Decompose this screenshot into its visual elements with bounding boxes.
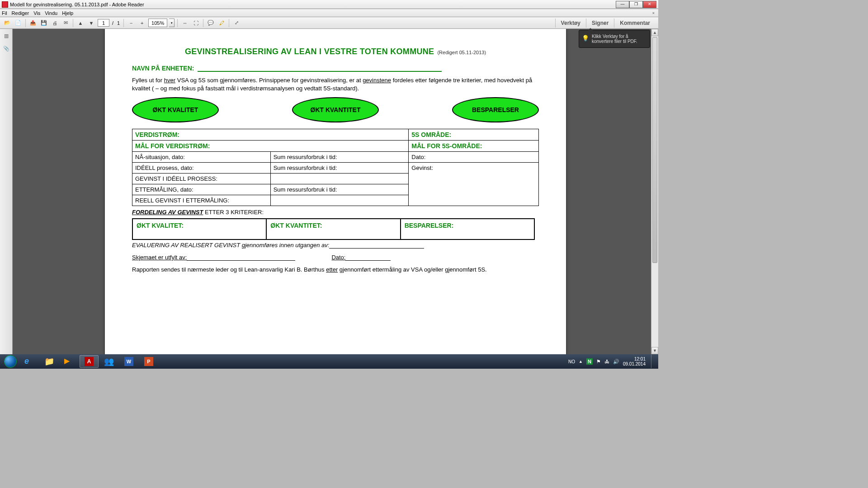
crit-kvalitet: ØKT KVALITET: bbox=[137, 222, 184, 229]
sign-row: Skjemaet er utfylt av: Dato: bbox=[132, 254, 539, 261]
scroll-thumb[interactable] bbox=[652, 37, 657, 263]
export-icon[interactable]: 📤 bbox=[28, 19, 38, 28]
th-mal-verdistrom: MÅL FOR VERDISTRØM: bbox=[132, 141, 409, 152]
cell-sum1: Sum ressursforbruk i tid: bbox=[270, 152, 409, 163]
toolbar: 📂 📄 📤 💾 🖨 ✉ ▲ ▼ / 1 − + ▾ ↔ ⛶ 💬 🖍 ⤢ Verk… bbox=[0, 17, 658, 29]
system-tray: NO ▲ N ⚑ 🖧 🔊 12:01 09.01.2014 bbox=[568, 355, 656, 368]
window-title: Modell for gevinstrealisering. 05.11.201… bbox=[10, 2, 616, 7]
tray-n-icon[interactable]: N bbox=[586, 358, 593, 365]
fit-width-icon[interactable]: ↔ bbox=[180, 19, 189, 28]
cell-na-situasjon: NÅ-situasjon, dato: bbox=[132, 152, 271, 163]
task-lync-icon[interactable]: 👥 bbox=[99, 355, 118, 368]
print-icon[interactable]: 🖨 bbox=[50, 19, 59, 28]
menu-vis[interactable]: Vis bbox=[33, 10, 40, 16]
read-mode-icon[interactable]: ⤢ bbox=[232, 19, 241, 28]
title-bar: Modell for gevinstrealisering. 05.11.201… bbox=[0, 0, 658, 9]
doc-title: GEVINSTREALISERING AV LEAN I VESTRE TOTE… bbox=[185, 47, 434, 56]
fordeling-heading: FORDELING AV GEVINST ETTER 3 KRITERIER: bbox=[132, 209, 539, 216]
menu-fil[interactable]: Fil bbox=[2, 10, 7, 16]
open-icon[interactable]: 📂 bbox=[3, 19, 12, 28]
scroll-up-icon[interactable]: ▲ bbox=[651, 29, 658, 36]
zoom-in-icon[interactable]: + bbox=[137, 19, 146, 28]
create-pdf-icon[interactable]: 📄 bbox=[14, 19, 23, 28]
cell-ideell: IDÉELL prosess, dato: bbox=[132, 163, 271, 174]
app-icon bbox=[2, 1, 8, 8]
page-scroll[interactable]: GEVINSTREALISERING AV LEAN I VESTRE TOTE… bbox=[13, 29, 658, 354]
menu-rediger[interactable]: Rediger bbox=[12, 10, 29, 16]
task-adobe-icon[interactable]: A bbox=[80, 355, 99, 368]
cell-blank1 bbox=[270, 174, 409, 184]
clock[interactable]: 12:01 09.01.2014 bbox=[623, 357, 646, 366]
cell-dato: Dato: bbox=[409, 152, 539, 163]
email-icon[interactable]: ✉ bbox=[61, 19, 70, 28]
language-indicator[interactable]: NO bbox=[568, 359, 575, 364]
page-number-input[interactable] bbox=[98, 19, 109, 27]
close-button[interactable]: ✕ bbox=[643, 1, 656, 8]
cell-reell: REELL GEVINST I ETTERMÅLING: bbox=[132, 195, 271, 206]
task-mediaplayer-icon[interactable]: ▶ bbox=[60, 355, 79, 368]
oval-kvantitet: ØKT KVANTITET bbox=[292, 97, 379, 122]
zoom-out-icon[interactable]: − bbox=[127, 19, 136, 28]
highlight-icon[interactable]: 🖍 bbox=[217, 19, 226, 28]
criteria-table: ØKT KVALITET: ØKT KVANTITET: BESPARELSER… bbox=[132, 218, 535, 240]
page-down-icon[interactable]: ▼ bbox=[87, 19, 96, 28]
task-ie-icon[interactable]: e bbox=[20, 355, 39, 368]
tray-flag-icon[interactable]: ⚑ bbox=[596, 359, 601, 365]
page-total: 1 bbox=[116, 20, 121, 26]
save-icon[interactable]: 💾 bbox=[39, 19, 48, 28]
tab-tools[interactable]: Verktøy bbox=[555, 19, 586, 28]
th-verdistrom: VERDISTRØM: bbox=[132, 129, 409, 141]
task-explorer-icon[interactable]: 📁 bbox=[40, 355, 59, 368]
cell-gevinst: Gevinst: bbox=[409, 163, 539, 206]
menubar-close-x[interactable]: × bbox=[651, 11, 656, 15]
tray-overflow-icon[interactable]: ▲ bbox=[579, 359, 583, 364]
bulb-icon: 💡 bbox=[582, 35, 589, 42]
scroll-down-icon[interactable]: ▼ bbox=[651, 347, 658, 354]
minimize-button[interactable]: — bbox=[616, 1, 629, 8]
footer-note: Rapporten sendes til nærmeste leder og t… bbox=[132, 266, 539, 273]
page-sep: / bbox=[111, 20, 114, 26]
doc-edited: (Redigert 05.11-2013) bbox=[437, 50, 486, 55]
taskbar: e 📁 ▶ A 👥 W P NO ▲ N ⚑ 🖧 🔊 12:01 09.01.2… bbox=[0, 354, 658, 369]
unit-underline bbox=[198, 71, 442, 72]
cell-blank2 bbox=[270, 195, 409, 206]
menu-bar: Fil Rediger Vis Vindu Hjelp × bbox=[0, 9, 658, 17]
tray-network-icon[interactable]: 🖧 bbox=[604, 359, 609, 364]
crit-kvantitet: ØKT KVANTITET: bbox=[270, 222, 322, 229]
crit-besparelser: BESPARELSER: bbox=[405, 222, 454, 229]
nav-sidebar: ▥ 📎 bbox=[0, 29, 13, 354]
comment-bubble-icon[interactable]: 💬 bbox=[206, 19, 215, 28]
document-viewer: ▥ 📎 GEVINSTREALISERING AV LEAN I VESTRE … bbox=[0, 29, 658, 354]
pdf-page: GEVINSTREALISERING AV LEAN I VESTRE TOTE… bbox=[105, 29, 566, 354]
tray-volume-icon[interactable]: 🔊 bbox=[613, 359, 619, 365]
oval-besparelser: BESPARELSER bbox=[452, 97, 539, 122]
zoom-input[interactable] bbox=[148, 19, 167, 27]
attachment-icon[interactable]: 📎 bbox=[2, 44, 10, 52]
oval-kvalitet: ØKT KVALITET bbox=[132, 97, 219, 122]
sign-by-label: Skjemaet er utfylt av: bbox=[132, 254, 187, 261]
page-up-icon[interactable]: ▲ bbox=[76, 19, 85, 28]
eval-line: EVALUERING AV REALISERT GEVINST gjennomf… bbox=[132, 242, 539, 249]
tab-sign[interactable]: Signer bbox=[586, 19, 614, 28]
maximize-button[interactable]: ❐ bbox=[629, 1, 643, 8]
intro-text: Fylles ut for hver VSA og 5S som gjennom… bbox=[132, 76, 539, 93]
thumbnails-icon[interactable]: ▥ bbox=[2, 32, 10, 40]
sign-date-label: Dato: bbox=[331, 254, 345, 261]
start-button[interactable] bbox=[2, 355, 19, 368]
th-5s: 5S OMRÅDE: bbox=[409, 129, 539, 141]
menu-vindu[interactable]: Vindu bbox=[45, 10, 57, 16]
zoom-dropdown-icon[interactable]: ▾ bbox=[169, 19, 175, 27]
convert-tip: 💡 Klikk Verktøy for å konvertere filer t… bbox=[579, 30, 650, 48]
vertical-scrollbar[interactable]: ▲ ▼ bbox=[651, 29, 658, 354]
tab-comment[interactable]: Kommentar bbox=[614, 19, 656, 28]
menu-hjelp[interactable]: Hjelp bbox=[62, 10, 73, 16]
task-word-icon[interactable]: W bbox=[119, 355, 138, 368]
clock-time: 12:01 bbox=[623, 357, 646, 361]
cell-sum3: Sum ressursforbruk i tid: bbox=[270, 184, 409, 195]
main-table: VERDISTRØM: 5S OMRÅDE: MÅL FOR VERDISTRØ… bbox=[132, 129, 539, 206]
clock-date: 09.01.2014 bbox=[623, 361, 646, 366]
cell-gevinst-ideell: GEVINST I IDÉELL PROSESS: bbox=[132, 174, 271, 184]
fit-page-icon[interactable]: ⛶ bbox=[191, 19, 200, 28]
show-desktop-button[interactable] bbox=[651, 355, 656, 368]
task-powerpoint-icon[interactable]: P bbox=[139, 355, 158, 368]
